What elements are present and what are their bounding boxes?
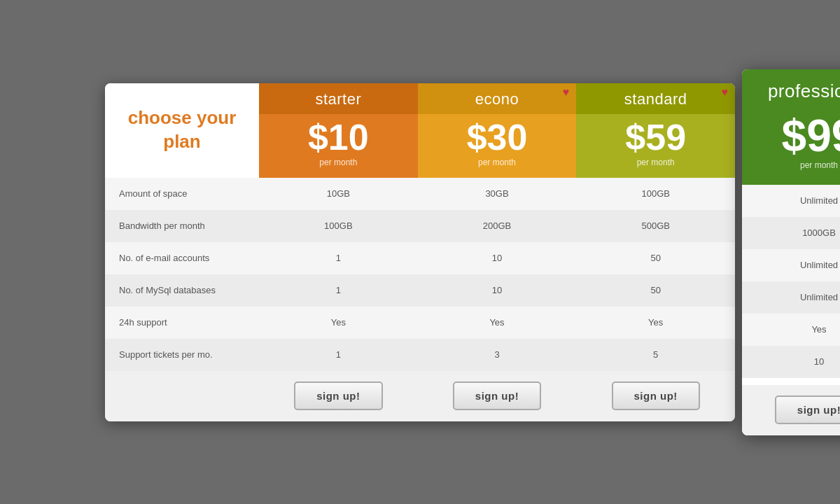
professional-signup-button[interactable]: sign up! (775, 396, 840, 424)
pro-feature-row-email: Unlimited (742, 249, 840, 281)
feature-row-space: Amount of space 10GB 30GB 100GB (105, 178, 735, 210)
standard-email-value: 50 (576, 253, 735, 263)
professional-header: Save! professional $99 per month (742, 69, 840, 185)
feature-row-bandwidth: Bandwidth per month 100GB 200GB 500GB (105, 210, 735, 242)
professional-plan-name: professional (768, 78, 840, 108)
standard-plan-header: standard $59 per month ♥ (576, 83, 735, 178)
feature-label-space: Amount of space (105, 188, 259, 199)
standard-plan-name: standard (576, 83, 735, 114)
starter-mysql-value: 1 (259, 285, 418, 295)
econo-bandwidth-value: 200GB (418, 220, 577, 231)
starter-space-value: 10GB (259, 188, 418, 199)
feature-rows: Amount of space 10GB 30GB 100GB Bandwidt… (105, 178, 735, 371)
professional-per-month: per month (800, 160, 838, 170)
standard-per-month: per month (637, 158, 675, 167)
starter-plan-name: starter (259, 83, 418, 114)
choose-plan-cell: choose your plan (105, 83, 259, 178)
standard-bandwidth-value: 500GB (576, 220, 735, 231)
header-row: choose your plan starter $10 per month e… (105, 83, 735, 178)
pro-feature-row-bandwidth: 1000GB (742, 217, 840, 249)
starter-price-area: $10 per month (259, 114, 418, 178)
starter-tickets-value: 1 (259, 349, 418, 360)
feature-label-bandwidth: Bandwidth per month (105, 220, 259, 231)
pricing-wrapper: choose your plan starter $10 per month e… (105, 83, 735, 421)
econo-plan-name: econo (418, 83, 577, 114)
pro-feature-row-support: Yes (742, 314, 840, 346)
econo-footer-cell: sign up! (418, 382, 577, 410)
econo-signup-button[interactable]: sign up! (453, 382, 541, 410)
pro-feature-row-space: Unlimited (742, 185, 840, 217)
feature-label-email: No. of e-mail accounts (105, 253, 259, 263)
standard-price-area: $59 per month (576, 114, 735, 178)
standard-footer-cell: sign up! (576, 382, 735, 410)
pro-feature-rows: Unlimited 1000GB Unlimited Unlimited Yes… (742, 185, 840, 385)
standard-space-value: 100GB (576, 188, 735, 199)
pro-feature-row-tickets: 10 (742, 346, 840, 378)
starter-support-value: Yes (259, 317, 418, 328)
econo-plan-header: econo $30 per month ♥ (418, 83, 577, 178)
econo-heart-icon: ♥ (563, 86, 570, 99)
feature-label-tickets: Support tickets per mo. (105, 349, 259, 360)
starter-email-value: 1 (259, 253, 418, 263)
feature-label-support: 24h support (105, 317, 259, 328)
feature-label-mysql: No. of MySql databases (105, 285, 259, 295)
feature-row-support: 24h support Yes Yes Yes (105, 307, 735, 339)
footer-row: sign up! sign up! sign up! (105, 371, 735, 421)
econo-tickets-value: 3 (418, 349, 577, 360)
standard-tickets-value: 5 (576, 349, 735, 360)
standard-signup-button[interactable]: sign up! (612, 382, 700, 410)
starter-signup-button[interactable]: sign up! (294, 382, 382, 410)
econo-email-value: 10 (418, 253, 577, 263)
econo-space-value: 30GB (418, 188, 577, 199)
professional-card: Save! professional $99 per month Unlimit… (742, 69, 840, 435)
econo-support-value: Yes (418, 317, 577, 328)
professional-price-area: $99 per month (782, 108, 840, 185)
choose-plan-heading: choose your plan (119, 106, 245, 154)
feature-row-mysql: No. of MySql databases 1 10 50 (105, 274, 735, 307)
starter-price: $10 (308, 119, 369, 155)
standard-heart-icon: ♥ (722, 86, 729, 99)
pro-footer: sign up! (742, 385, 840, 435)
starter-footer-cell: sign up! (259, 382, 418, 410)
standard-mysql-value: 50 (576, 285, 735, 295)
econo-price: $30 (467, 119, 528, 155)
pro-feature-row-mysql: Unlimited (742, 281, 840, 314)
feature-row-email: No. of e-mail accounts 1 10 50 (105, 242, 735, 274)
standard-support-value: Yes (576, 317, 735, 328)
professional-price: $99 (782, 113, 840, 158)
feature-row-tickets: Support tickets per mo. 1 3 5 (105, 339, 735, 371)
standard-price: $59 (625, 119, 686, 155)
starter-per-month: per month (319, 158, 357, 167)
pricing-table: choose your plan starter $10 per month e… (105, 83, 735, 421)
econo-per-month: per month (478, 158, 516, 167)
starter-bandwidth-value: 100GB (259, 220, 418, 231)
starter-plan-header: starter $10 per month (259, 83, 418, 178)
econo-price-area: $30 per month (418, 114, 577, 178)
econo-mysql-value: 10 (418, 285, 577, 295)
